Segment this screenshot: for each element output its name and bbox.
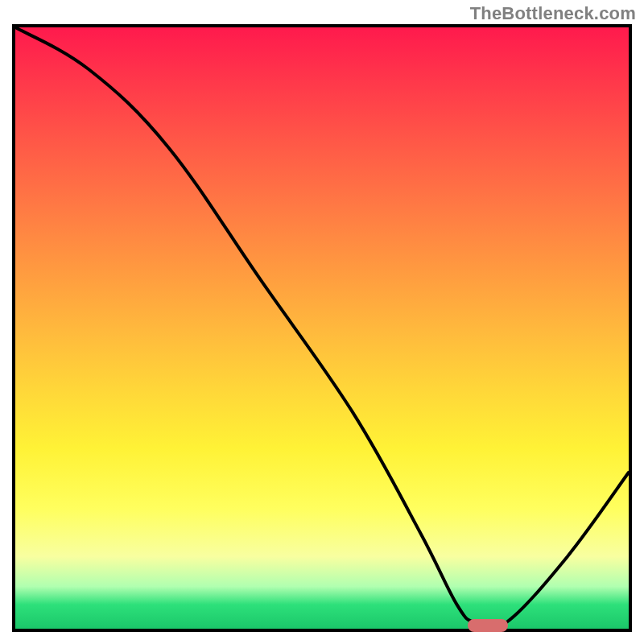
- watermark-text: TheBottleneck.com: [470, 3, 636, 24]
- plot-frame: [12, 24, 632, 632]
- bottleneck-curve: [15, 27, 629, 629]
- chart-stage: TheBottleneck.com: [0, 0, 644, 644]
- minimum-marker: [468, 619, 508, 632]
